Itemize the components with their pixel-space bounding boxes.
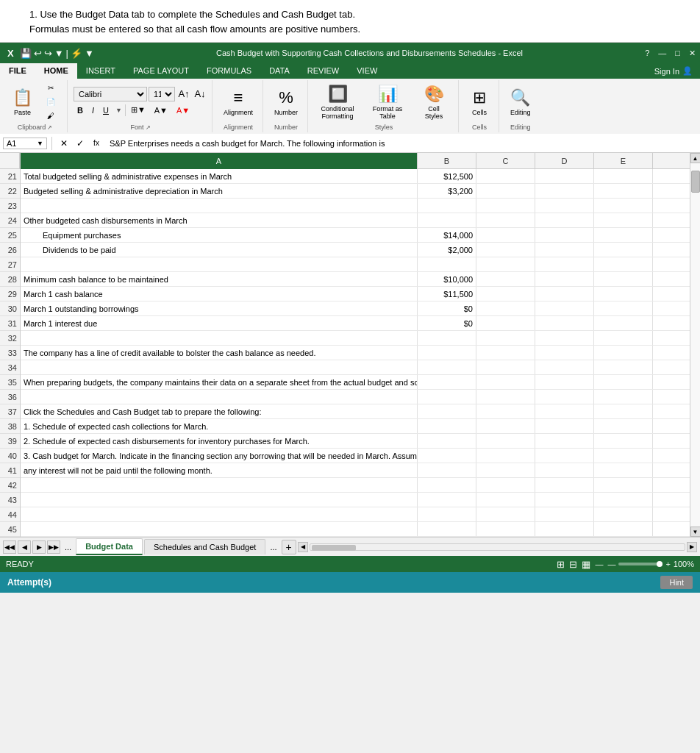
font-expand-icon[interactable]: ↗ xyxy=(146,124,151,131)
zoom-control[interactable]: — + 100% xyxy=(607,560,694,568)
cell-b24[interactable] xyxy=(418,213,476,227)
cell-e39[interactable] xyxy=(594,434,653,448)
insert-function-button[interactable]: fx xyxy=(89,136,104,151)
cell-e26[interactable] xyxy=(594,243,653,257)
cell-ref-dropdown[interactable]: ▼ xyxy=(37,140,43,147)
cell-e43[interactable] xyxy=(594,493,653,507)
cell-a29[interactable]: March 1 cash balance xyxy=(21,287,418,301)
tab-formulas[interactable]: FORMULAS xyxy=(198,63,260,79)
cell-a42[interactable] xyxy=(21,478,418,492)
cell-b29[interactable]: $11,500 xyxy=(418,287,476,301)
cell-c36[interactable] xyxy=(476,390,535,404)
cell-e35[interactable] xyxy=(594,375,653,389)
row-header-22[interactable]: 22 xyxy=(0,184,20,199)
grid-row-36[interactable] xyxy=(21,390,690,404)
grid-row-42[interactable] xyxy=(21,478,690,493)
grid-row-26[interactable]: Dividends to be paid$2,000 xyxy=(21,243,690,257)
cell-a31[interactable]: March 1 interest due xyxy=(21,316,418,330)
cell-e31[interactable] xyxy=(594,316,653,330)
row-header-42[interactable]: 42 xyxy=(0,478,20,493)
cell-d30[interactable] xyxy=(535,301,594,315)
underline-button[interactable]: U xyxy=(99,103,113,118)
grid-row-33[interactable]: The company has a line of credit availab… xyxy=(21,346,690,360)
row-header-24[interactable]: 24 xyxy=(0,213,20,228)
borders-button[interactable]: ⊞▼ xyxy=(127,103,149,118)
grid-row-40[interactable]: 3. Cash budget for March. Indicate in th… xyxy=(21,449,690,463)
cell-a23[interactable] xyxy=(21,199,418,213)
cell-d23[interactable] xyxy=(535,199,594,213)
grid-row-41[interactable]: any interest will not be paid until the … xyxy=(21,463,690,478)
row-header-41[interactable]: 41 xyxy=(0,463,20,478)
cell-c22[interactable] xyxy=(476,184,535,198)
fill-color-button[interactable]: A▼ xyxy=(151,103,171,118)
tab-view[interactable]: VIEW xyxy=(348,63,386,79)
cell-c28[interactable] xyxy=(476,272,535,286)
tab-review[interactable]: REVIEW xyxy=(299,63,348,79)
grid-row-22[interactable]: Budgeted selling & administrative deprec… xyxy=(21,184,690,199)
tab-file[interactable]: FILE xyxy=(0,63,35,79)
cell-e24[interactable] xyxy=(594,213,653,227)
cell-a21[interactable]: Total budgeted selling & administrative … xyxy=(21,169,418,183)
grid-row-32[interactable] xyxy=(21,331,690,346)
cell-c27[interactable] xyxy=(476,257,535,271)
cancel-formula-button[interactable]: ✕ xyxy=(57,136,71,151)
editing-button[interactable]: 🔍 Editing xyxy=(505,82,536,122)
restore-btn[interactable]: □ xyxy=(675,49,680,58)
italic-button[interactable]: I xyxy=(88,103,98,118)
sheet-tab-schedules[interactable]: Schedules and Cash Budget xyxy=(144,539,265,554)
cell-b30[interactable]: $0 xyxy=(418,301,476,315)
cell-c30[interactable] xyxy=(476,301,535,315)
tab-page-layout[interactable]: PAGE LAYOUT xyxy=(124,63,198,79)
cell-a22[interactable]: Budgeted selling & administrative deprec… xyxy=(21,184,418,198)
copy-button[interactable]: 📄 xyxy=(39,96,63,108)
cell-e30[interactable] xyxy=(594,301,653,315)
view-normal-icon[interactable]: ⊞ xyxy=(557,559,565,570)
row-header-32[interactable]: 32 xyxy=(0,331,20,346)
cell-b27[interactable] xyxy=(418,257,476,271)
cell-b45[interactable] xyxy=(418,522,476,536)
cell-b25[interactable]: $14,000 xyxy=(418,228,476,242)
cell-d38[interactable] xyxy=(535,419,594,433)
cell-b41[interactable] xyxy=(418,463,476,477)
cell-a27[interactable] xyxy=(21,257,418,271)
minimize-btn[interactable]: — xyxy=(658,49,666,58)
cell-d40[interactable] xyxy=(535,449,594,463)
cell-e28[interactable] xyxy=(594,272,653,286)
cell-c32[interactable] xyxy=(476,331,535,345)
h-scroll-right[interactable]: ▶ xyxy=(687,542,697,552)
cell-e41[interactable] xyxy=(594,463,653,477)
grid-row-24[interactable]: Other budgeted cash disbursements in Mar… xyxy=(21,213,690,228)
cell-b37[interactable] xyxy=(418,404,476,418)
cell-d22[interactable] xyxy=(535,184,594,198)
cell-d26[interactable] xyxy=(535,243,594,257)
cut-button[interactable]: ✂ xyxy=(39,82,63,94)
grid-row-25[interactable]: Equipment purchases$14,000 xyxy=(21,228,690,243)
cell-c38[interactable] xyxy=(476,419,535,433)
row-header-26[interactable]: 26 xyxy=(0,243,20,257)
sheet-ellipsis-before[interactable]: ... xyxy=(62,543,74,552)
cell-b34[interactable] xyxy=(418,360,476,374)
cell-e37[interactable] xyxy=(594,404,653,418)
cell-c45[interactable] xyxy=(476,522,535,536)
cell-c31[interactable] xyxy=(476,316,535,330)
cell-e25[interactable] xyxy=(594,228,653,242)
cell-e22[interactable] xyxy=(594,184,653,198)
col-header-d[interactable]: D xyxy=(535,153,594,169)
cell-e34[interactable] xyxy=(594,360,653,374)
h-scroll-left[interactable]: ◀ xyxy=(298,542,308,552)
cell-b28[interactable]: $10,000 xyxy=(418,272,476,286)
cell-b23[interactable] xyxy=(418,199,476,213)
row-header-31[interactable]: 31 xyxy=(0,316,20,331)
cell-e44[interactable] xyxy=(594,507,653,521)
row-header-30[interactable]: 30 xyxy=(0,301,20,316)
cell-b39[interactable] xyxy=(418,434,476,448)
cell-c37[interactable] xyxy=(476,404,535,418)
cell-a44[interactable] xyxy=(21,507,418,521)
grid-row-38[interactable]: 1. Schedule of expected cash collections… xyxy=(21,419,690,434)
alignment-button[interactable]: ≡ Alignment xyxy=(218,82,258,122)
cell-c25[interactable] xyxy=(476,228,535,242)
bold-button[interactable]: B xyxy=(74,103,87,118)
undo-icon[interactable]: ↩ xyxy=(34,48,42,59)
cell-a39[interactable]: 2. Schedule of expected cash disbursemen… xyxy=(21,434,418,448)
cell-d45[interactable] xyxy=(535,522,594,536)
